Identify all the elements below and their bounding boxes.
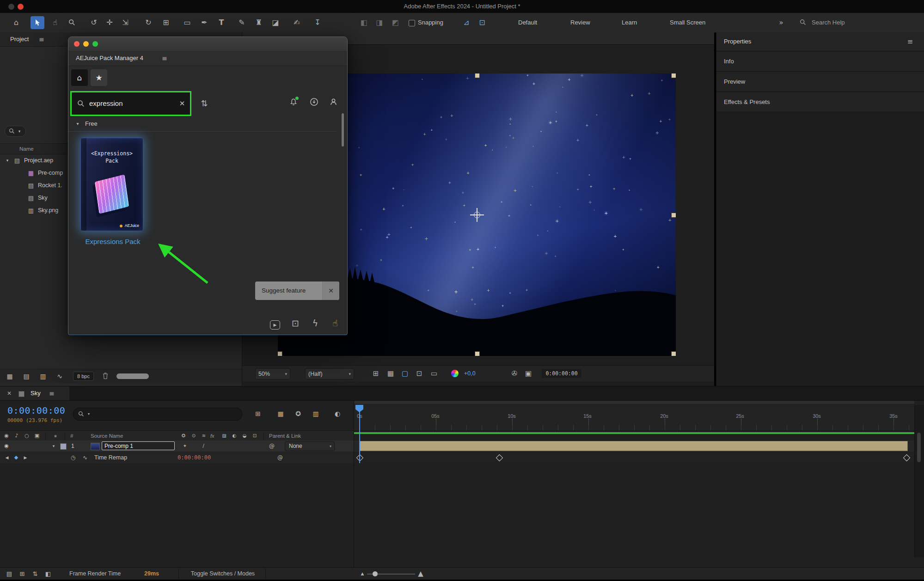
search-options-chevron[interactable]: ▾: [16, 126, 23, 136]
aejuice-window[interactable]: AEJuice Pack Manager 4 ≡ ⌂ ★ expression …: [68, 37, 348, 335]
selection-handle-bc[interactable]: [475, 351, 480, 356]
parent-link-column-header[interactable]: Parent & Link: [269, 431, 301, 441]
pan-behind-tool-icon[interactable]: ⊞: [159, 13, 173, 32]
orbit-camera-tool-icon[interactable]: ↺: [87, 13, 101, 32]
hand-tool-icon[interactable]: ☝: [48, 13, 62, 32]
expression-pickwhip-icon[interactable]: @: [276, 452, 284, 463]
properties-panel-header[interactable]: Properties ≡: [716, 32, 924, 51]
window-close-button[interactable]: [18, 4, 24, 10]
parent-pickwhip-icon[interactable]: @: [268, 440, 275, 452]
bit-depth-badge[interactable]: 8 bpc: [73, 372, 94, 381]
search-box-annotated[interactable]: expression ✕: [70, 91, 191, 116]
mask-visibility-icon[interactable]: ▢: [399, 366, 411, 381]
window-control-dot[interactable]: [8, 4, 14, 10]
dolly-camera-tool-icon[interactable]: ⇲: [118, 13, 132, 32]
render-queue-icon[interactable]: ◧: [43, 568, 54, 580]
layer-collapse-switch[interactable]: ✦: [181, 440, 189, 452]
layer-duration-bar[interactable]: [360, 441, 908, 451]
project-panel-menu-icon[interactable]: ≡: [37, 32, 46, 46]
transparency-grid-icon[interactable]: ▦: [385, 366, 397, 381]
layer-name-field[interactable]: Pre-comp 1: [102, 441, 175, 450]
layer-row-1[interactable]: ◉ ▾ 1 Pre-comp 1 ✦ ∕ @ None ▾: [0, 440, 354, 452]
property-name[interactable]: Time Remap: [94, 452, 127, 463]
graph-toggle-icon[interactable]: ⇅: [30, 568, 41, 580]
close-tab-icon[interactable]: ✕: [6, 386, 13, 400]
eraser-tool-icon[interactable]: ◪: [269, 13, 282, 32]
selection-handle-mr[interactable]: [671, 213, 676, 218]
comp-mini-flowchart-icon[interactable]: ⊞: [253, 408, 263, 420]
current-time-indicator-line[interactable]: [359, 405, 360, 463]
source-name-column-header[interactable]: Source Name: [91, 431, 123, 441]
layer-quality-switch[interactable]: ∕: [200, 440, 207, 452]
type-tool-icon[interactable]: T: [214, 13, 228, 32]
tab-home[interactable]: ⌂: [71, 69, 88, 86]
timeline-search-box[interactable]: ▾: [73, 408, 242, 421]
expand-chevron-icon[interactable]: ▾: [4, 154, 11, 167]
draft-3d-icon[interactable]: ▦: [276, 408, 285, 420]
properties-menu-icon[interactable]: ≡: [905, 32, 915, 51]
panel-scroll-pill[interactable]: [116, 373, 149, 379]
more-workspaces-chevron[interactable]: »: [774, 13, 788, 32]
tutorials-icon[interactable]: ▶: [269, 317, 281, 329]
brush-tool-icon[interactable]: ✎: [235, 13, 249, 32]
aejuice-menu-icon[interactable]: ≡: [160, 51, 169, 66]
exposure-value[interactable]: +0,0: [464, 366, 476, 381]
close-button[interactable]: [74, 41, 80, 47]
interpret-footage-icon[interactable]: ▦: [5, 369, 15, 383]
sort-icon[interactable]: ⇅: [199, 97, 210, 110]
draft-icon[interactable]: ⊞: [17, 568, 28, 580]
viewer-timecode[interactable]: 0:00:00:00: [542, 369, 581, 378]
zoom-tool-icon[interactable]: [65, 13, 79, 32]
hide-shy-layers-icon[interactable]: ✪: [294, 408, 303, 420]
live-update-icon[interactable]: ▤: [4, 568, 15, 580]
close-icon[interactable]: ✕: [322, 281, 339, 300]
selection-handle-tr[interactable]: [671, 73, 676, 78]
trash-icon[interactable]: [101, 372, 110, 381]
notifications-bell-icon[interactable]: [289, 98, 299, 107]
project-search-box[interactable]: ▾: [5, 126, 26, 137]
project-panel-title[interactable]: Project: [10, 32, 29, 46]
region-of-interest-icon[interactable]: ⊡: [413, 366, 425, 381]
work-area-bar[interactable]: [354, 432, 914, 434]
minimize-button[interactable]: [83, 41, 89, 47]
layer-expand-chevron[interactable]: ▾: [50, 440, 57, 452]
search-help-field[interactable]: Search Help: [812, 13, 845, 32]
shape-tool-icon[interactable]: ▭: [180, 13, 194, 32]
section-collapse-chevron[interactable]: ▾: [74, 119, 81, 128]
time-ruler[interactable]: 0s 05s 10s 15s 20s 25s 30s 35s: [354, 405, 914, 431]
name-column-header[interactable]: Name: [19, 144, 34, 154]
show-snapshot-icon[interactable]: ▣: [522, 366, 534, 381]
selection-handle-bl[interactable]: [278, 351, 282, 356]
parent-dropdown[interactable]: None ▾: [285, 441, 335, 451]
selection-tool-button[interactable]: [31, 16, 44, 29]
tab-favorites[interactable]: ★: [91, 69, 107, 86]
clone-stamp-tool-icon[interactable]: ♜: [252, 13, 266, 32]
ruler-toggle-icon[interactable]: ⊞: [370, 366, 382, 381]
prev-keyframe-icon[interactable]: ◀: [4, 452, 10, 463]
suggest-feature-toast[interactable]: Suggest feature ✕: [255, 281, 339, 300]
property-value[interactable]: 0:00:00:00: [177, 452, 211, 463]
workspace-default[interactable]: Default: [518, 13, 537, 32]
snapping-checkbox[interactable]: [409, 20, 415, 26]
tree-item-label[interactable]: Project.aep: [24, 154, 53, 167]
zoom-in-mountain-icon[interactable]: ▲: [415, 568, 426, 580]
zoom-out-mountain-icon[interactable]: ▲: [357, 568, 368, 580]
number-column-header[interactable]: #: [70, 431, 73, 441]
toggle-switches-modes-button[interactable]: Toggle Switches / Modes: [184, 568, 262, 580]
new-folder-icon[interactable]: ▤: [21, 369, 31, 383]
roto-brush-tool-icon[interactable]: ✍: [290, 13, 304, 32]
pack-name-link[interactable]: Expressions Pack: [76, 238, 150, 245]
timeline-tab-label[interactable]: Sky: [31, 386, 41, 400]
tree-item-label[interactable]: Pre-comp: [38, 167, 63, 179]
zoom-button[interactable]: [92, 41, 98, 47]
time-remap-property-row[interactable]: ◀ ◆ ▶ ◷ ∿ Time Remap 0:00:00:00 @: [0, 452, 354, 463]
timeline-zoom-slider-handle[interactable]: [373, 571, 378, 576]
channel-wheel-icon[interactable]: [451, 370, 459, 377]
stopwatch-icon[interactable]: ◷: [69, 452, 77, 463]
info-panel-header[interactable]: Info: [716, 52, 924, 72]
layer-visibility-eye-icon[interactable]: ◉: [3, 440, 10, 452]
tree-item-label[interactable]: Sky.png: [38, 204, 58, 217]
account-icon[interactable]: [329, 98, 338, 107]
new-composition-icon[interactable]: ▥: [38, 369, 48, 383]
resolution-dropdown[interactable]: (Half) ▾: [305, 368, 354, 379]
